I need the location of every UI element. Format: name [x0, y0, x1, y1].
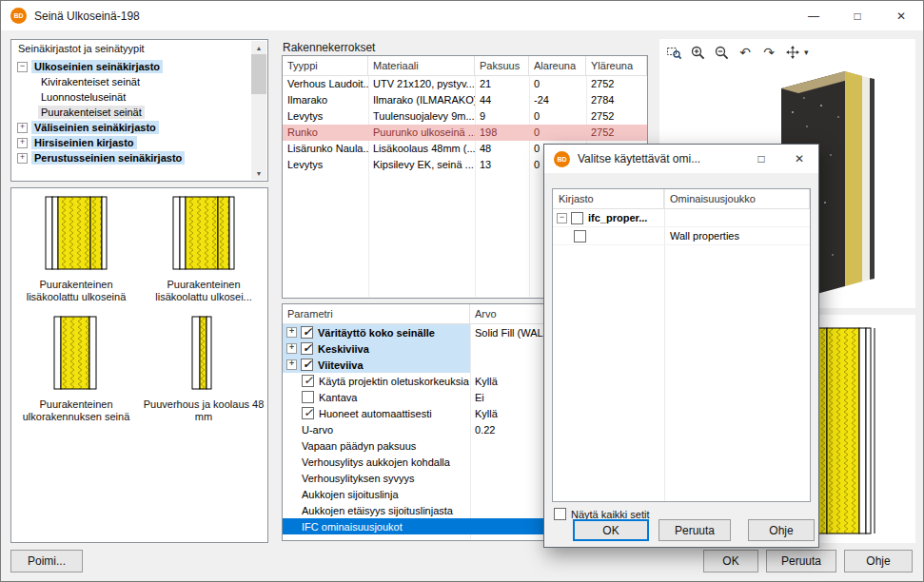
- tree-item[interactable]: + Hirsiseinien kirjasto: [13, 135, 249, 150]
- modal-cancel-button[interactable]: Peruuta: [659, 519, 731, 541]
- cell-materiaali: Puurunko ulkoseinä ...: [368, 125, 475, 141]
- column-header-ylareuna[interactable]: Yläreuna: [586, 56, 647, 75]
- checkbox-unchecked[interactable]: [574, 230, 586, 242]
- modal-maximize-button[interactable]: □: [742, 145, 780, 173]
- cell-alareuna: 0: [529, 76, 586, 92]
- wall-properties-dialog: BD Seinä Ulkoseinä-198 — □ ✕ Seinäkirjas…: [0, 0, 924, 582]
- wall-thumbnail-image: [53, 316, 99, 390]
- window-controls: — □ ✕: [792, 1, 923, 30]
- checkbox-checked[interactable]: [301, 359, 313, 371]
- column-header-alareuna[interactable]: Alareuna: [529, 56, 586, 75]
- checkbox-checked[interactable]: [301, 342, 313, 355]
- checkbox-unchecked[interactable]: [302, 391, 314, 403]
- cell-tyyppi: Runko: [283, 125, 368, 141]
- expand-icon[interactable]: +: [17, 153, 28, 164]
- thumbnail-caption: Puurakenteinen lisäkoolattu ulkoseinä: [13, 279, 139, 303]
- set-label: Wall properties: [664, 230, 810, 242]
- checkbox-checked[interactable]: [301, 326, 313, 339]
- close-button[interactable]: ✕: [879, 1, 923, 30]
- cell-ylareuna: 2752: [586, 76, 647, 92]
- column-header-paksuus[interactable]: Paksuus: [475, 56, 529, 75]
- parameter-label: Viiteviiva: [318, 359, 364, 371]
- ok-button[interactable]: OK: [703, 550, 758, 572]
- checkbox-checked[interactable]: [302, 407, 314, 419]
- parameter-label: Käytä projektin oletuskorkeuksia: [319, 376, 469, 387]
- column-header-tyyppi[interactable]: Tyyppi: [283, 56, 368, 75]
- modal-window-controls: □ ✕: [742, 145, 818, 173]
- modal-close-button[interactable]: ✕: [780, 145, 818, 173]
- cell-paksuus: 13: [475, 157, 529, 173]
- cell-alareuna: 0: [529, 125, 586, 141]
- tree-scrollbar[interactable]: ▲ ▼: [251, 41, 266, 180]
- column-header-ominaisuusjoukko[interactable]: Ominaisuusjoukko: [664, 189, 810, 208]
- tree-item-label: Kivirakenteiset seinät: [38, 75, 143, 88]
- parameter-label: Verhousylityksen syvyys: [302, 473, 415, 484]
- tree-item-label: Puurakenteiset seinät: [38, 106, 145, 119]
- zoom-window-icon[interactable]: [665, 44, 682, 61]
- thumbnail-item[interactable]: Puurakenteinen ulkorakennuksen seinä: [13, 316, 139, 423]
- checkbox-checked[interactable]: [302, 375, 314, 387]
- cell-tyyppi: Verhous Laudoit...: [283, 76, 368, 92]
- tree-item-label: Hirsiseinien kirjasto: [31, 136, 137, 149]
- poimi-button[interactable]: Poimi...: [10, 550, 83, 572]
- tree-item[interactable]: − Ulkoseinien seinäkirjasto: [13, 59, 249, 74]
- expand-icon[interactable]: +: [286, 359, 297, 370]
- maximize-button[interactable]: □: [836, 1, 879, 30]
- library-label: ifc_proper...: [588, 212, 647, 223]
- rotate-right-icon[interactable]: ↷: [760, 44, 777, 61]
- checkbox-unchecked[interactable]: [571, 212, 583, 224]
- column-header-kirjasto[interactable]: Kirjasto: [553, 189, 664, 208]
- show-all-checkbox[interactable]: [554, 508, 566, 520]
- dropdown-arrow-icon[interactable]: ▾: [804, 48, 809, 57]
- pan-icon[interactable]: [784, 44, 801, 61]
- tree-item[interactable]: + Perustusseinien seinäkirjasto: [13, 150, 249, 165]
- expand-icon[interactable]: +: [17, 123, 28, 133]
- collapse-icon[interactable]: −: [17, 62, 28, 72]
- tree-item[interactable]: + Väliseinien seinäkirjasto: [13, 120, 249, 135]
- thumbnail-caption: Puurakenteinen lisäkoolattu ulkosei...: [141, 279, 266, 303]
- property-set-row[interactable]: −ifc_proper...: [553, 209, 810, 227]
- layer-row[interactable]: Verhous Laudoit... UTV 21x120, pystyv...…: [283, 76, 647, 92]
- cell-materiaali: Kipsilevy EK, seinä ...: [368, 157, 475, 173]
- window-title: Seinä Ulkoseinä-198: [34, 10, 140, 23]
- thumbnail-item[interactable]: Puuverhous ja koolaus 48 mm: [141, 316, 266, 423]
- thumbnail-item[interactable]: Puurakenteinen lisäkoolattu ulkoseinä: [13, 196, 139, 303]
- thumbnail-item[interactable]: Puurakenteinen lisäkoolattu ulkosei...: [141, 196, 266, 303]
- cell-materiaali: Ilmarako (ILMARAKO): [368, 92, 475, 108]
- cell-tyyppi: Lisärunko Naula...: [283, 141, 368, 157]
- scroll-down-icon[interactable]: ▼: [251, 166, 266, 180]
- scroll-up-icon[interactable]: ▲: [251, 41, 266, 54]
- layer-row-selected[interactable]: Runko Puurunko ulkoseinä ... 198 0 2752: [283, 125, 647, 141]
- column-header-parametri[interactable]: Parametri: [283, 304, 470, 323]
- expand-icon[interactable]: +: [286, 327, 297, 338]
- cell-ylareuna: 2752: [586, 108, 647, 125]
- parameter-label: IFC ominaisuusjoukot: [302, 521, 403, 533]
- tree-item[interactable]: Puurakenteiset seinät: [13, 105, 249, 120]
- tree-item[interactable]: Luonnosteluseinät: [13, 89, 249, 105]
- property-set-row[interactable]: Wall properties: [553, 227, 810, 245]
- modal-help-button[interactable]: Ohje: [748, 519, 815, 541]
- tree-item-label: Perustusseinien seinäkirjasto: [31, 151, 185, 165]
- app-logo-icon: BD: [554, 151, 570, 167]
- cell-paksuus: 48: [475, 141, 529, 157]
- cell-ylareuna: 2752: [586, 125, 647, 141]
- zoom-out-icon[interactable]: [713, 44, 730, 61]
- scrollbar-thumb[interactable]: [251, 54, 266, 94]
- layer-row[interactable]: Ilmarako Ilmarako (ILMARAKO) 44 -24 2784: [283, 92, 647, 108]
- tree-item-label: Ulkoseinien seinäkirjasto: [31, 60, 163, 73]
- tree-item-label: Väliseinien seinäkirjasto: [31, 121, 159, 134]
- expand-icon[interactable]: +: [286, 343, 297, 354]
- rotate-left-icon[interactable]: ↶: [737, 44, 754, 61]
- collapse-icon[interactable]: −: [557, 213, 567, 223]
- help-button[interactable]: Ohje: [844, 550, 913, 572]
- modal-ok-button[interactable]: OK: [573, 519, 649, 541]
- minimize-button[interactable]: —: [792, 1, 836, 30]
- cell-tyyppi: Levytys: [283, 108, 368, 125]
- cancel-button[interactable]: Peruuta: [766, 550, 836, 572]
- column-header-materiaali[interactable]: Materiaali: [368, 56, 475, 75]
- tree-item[interactable]: Kivirakenteiset seinät: [13, 74, 249, 89]
- cell-paksuus: 198: [475, 125, 529, 141]
- expand-icon[interactable]: +: [17, 138, 28, 148]
- zoom-in-icon[interactable]: [689, 44, 706, 61]
- layer-row[interactable]: Levytys Tuulensuojalevy 9m... 9 0 2752: [283, 108, 647, 125]
